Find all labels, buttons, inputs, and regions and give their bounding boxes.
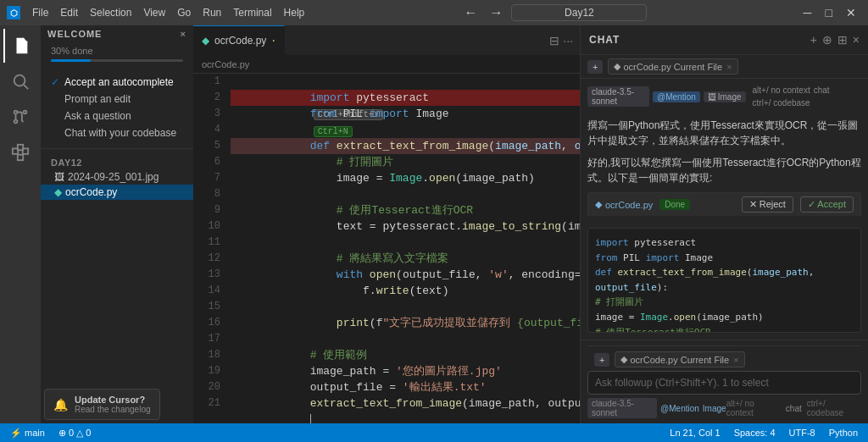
chat-input-area: + ◆ ocrCode.py Current File × Ask follow… (581, 340, 868, 423)
ai-response: 好的,我可以幫您撰寫一個使用Tesseract進行OCR的Python程式。以下… (587, 155, 861, 185)
code-preview: import pytesseract from PIL import Image… (587, 228, 861, 333)
code-preview-line: # 打開圖片 (595, 295, 854, 310)
file-item-jpg[interactable]: 🖼 2024-09-25_001.jpg (41, 169, 193, 185)
done-badge: Done (659, 199, 690, 210)
split-editor-icon[interactable]: ⊟ (549, 34, 559, 47)
code-content: 12345 678910 1112131415 1617181920 21 im… (193, 74, 580, 423)
progress-bar-fill (51, 59, 91, 62)
user-message: 撰寫一個Python程式，使用Tesseract來實現OCR，從一張圖片中提取文… (587, 118, 861, 148)
code-preview-line: def extract_text_from_image(image_path, … (595, 265, 854, 295)
close-button[interactable]: ✕ (841, 4, 861, 21)
line-col: Ln 21, Col 1 (670, 428, 720, 438)
bell-icon: 🔔 (53, 398, 68, 412)
sidebar-item-prompt-edit[interactable]: ✓ Prompt an edit (41, 91, 193, 108)
py-icon-2: ◆ (620, 354, 627, 365)
window-controls: ─ □ ✕ (798, 4, 861, 21)
language-status[interactable]: Python (826, 428, 861, 438)
menu-edit[interactable]: Edit (55, 5, 83, 20)
chat-settings-button[interactable]: ⊞ (837, 33, 848, 47)
sidebar-close-button[interactable]: × (181, 29, 186, 39)
py-icon: ◆ (614, 61, 620, 72)
sidebar-item-label: Prompt an edit (64, 93, 131, 105)
svg-point-0 (14, 75, 25, 86)
file-item-py[interactable]: ◆ ocrCode.py (41, 185, 193, 200)
tab-actions: ⊟ ··· (549, 34, 580, 47)
menu-view[interactable]: View (138, 5, 170, 20)
nav-back-button[interactable]: ← (460, 3, 481, 22)
svg-line-1 (24, 85, 28, 89)
add-context-button[interactable]: + (587, 60, 603, 74)
progress-bar-background (51, 59, 183, 62)
footer-codebase: ctrl+/ codebase (807, 399, 861, 417)
nav-forward-button[interactable]: → (486, 3, 506, 22)
chat-input-field[interactable]: Ask followup (Ctrl+Shift+Y). 1 to select (587, 371, 861, 395)
update-popup[interactable]: 🔔 Update Cursor? Read the changelog (44, 389, 160, 420)
code-editor[interactable]: 12345 678910 1112131415 1617181920 21 im… (193, 74, 580, 423)
code-preview-line: from PIL import Image (595, 251, 854, 266)
footer-image[interactable]: Image (703, 404, 726, 413)
chat-history-button[interactable]: ⊕ (822, 33, 832, 47)
code-file-ref: ◆ ocrCode.py Done (595, 199, 690, 210)
python-file-icon: ◆ (54, 186, 62, 198)
code-preview-line: import pytesseract (595, 235, 854, 251)
code-lines[interactable]: import pytesseract Ctrl+Shift+Y Ctrl+N f… (227, 74, 580, 423)
menu-run[interactable]: Run (198, 5, 226, 20)
menu-help[interactable]: Help (279, 5, 310, 20)
update-text: Update Cursor? Read the changelog (75, 395, 151, 414)
chat-close-button[interactable]: × (853, 33, 860, 47)
footer-context: alt+/ no context (726, 399, 781, 417)
sidebar: WELCOME × 30% done ✓ Accept an autocompl… (41, 25, 193, 423)
menu-go[interactable]: Go (172, 5, 196, 20)
chat-header-actions: + ⊕ ⊞ × (810, 33, 860, 47)
tab-label: ocrCode.py (214, 35, 266, 47)
message-meta: claude-3.5-sonnet @Mention 🖼 Image alt+/… (587, 86, 861, 108)
footer-mention[interactable]: @Mention (660, 404, 699, 413)
explorer-icon[interactable] (3, 29, 37, 63)
accept-button[interactable]: ✓ Accept (800, 196, 854, 213)
tab-ocrcode[interactable]: ◆ ocrCode.py · (193, 25, 285, 55)
current-file-tag: ◆ ocrCode.py Current File × (608, 58, 737, 75)
branch-status[interactable]: ⚡ main (7, 428, 48, 439)
errors-status[interactable]: ⊕ 0 △ 0 (55, 428, 94, 439)
code-line-1: import pytesseract Ctrl+Shift+Y Ctrl+N (231, 74, 580, 90)
titlebar: ⬡ File Edit Selection View Go Run Termin… (0, 0, 868, 25)
sidebar-item-ask-question[interactable]: ✓ Ask a question (41, 108, 193, 124)
chat-messages[interactable]: claude-3.5-sonnet @Mention 🖼 Image alt+/… (581, 79, 868, 340)
add-context-button-2[interactable]: + (594, 353, 609, 367)
minimize-button[interactable]: ─ (798, 4, 817, 21)
footer-chat: chat (786, 404, 802, 413)
image-file-icon: 🖼 (54, 171, 64, 183)
breadcrumb-text: ocrCode.py (202, 59, 249, 69)
footer-model-badge[interactable]: claude-3.5-sonnet (587, 398, 657, 418)
sidebar-item-chat-codebase[interactable]: ✓ Chat with your codebase (41, 124, 193, 141)
extensions-icon[interactable] (3, 135, 37, 169)
cursor-position[interactable]: Ln 21, Col 1 (666, 428, 723, 438)
menu-terminal[interactable]: Terminal (228, 5, 276, 20)
main-layout: WELCOME × 30% done ✓ Accept an autocompl… (0, 25, 868, 423)
search-icon[interactable] (3, 64, 37, 98)
remove-context-button-2[interactable]: × (733, 355, 738, 365)
maximize-button[interactable]: □ (821, 4, 837, 21)
chat-new-button[interactable]: + (810, 33, 817, 47)
indent-status[interactable]: Spaces: 4 (731, 428, 779, 438)
activity-bar (0, 25, 41, 423)
update-title: Update Cursor? (75, 395, 151, 405)
sidebar-title: WELCOME (47, 29, 102, 39)
code-preview-line: image = Image.open(image_path) (595, 310, 854, 325)
menu-file[interactable]: File (27, 5, 53, 20)
chat-context-bar-top: + ◆ ocrCode.py Current File × (581, 55, 868, 79)
message-text: 撰寫一個Python程式，使用Tesseract來實現OCR，從一張圖片中提取文… (587, 119, 858, 146)
remove-context-button[interactable]: × (726, 62, 732, 72)
plus-icon: + (593, 62, 598, 72)
more-actions-icon[interactable]: ··· (563, 34, 573, 47)
svg-point-2 (14, 111, 18, 114)
sidebar-item-autocomplete[interactable]: ✓ Accept an autocomplete (41, 74, 193, 91)
encoding-status[interactable]: UTF-8 (786, 428, 819, 438)
search-bar[interactable]: Day12 (511, 4, 647, 21)
menu-selection[interactable]: Selection (85, 5, 136, 20)
sidebar-item-label: Ask a question (64, 110, 131, 122)
reject-button[interactable]: ✕ Reject (742, 196, 793, 213)
file-name: 2024-09-25_001.jpg (68, 171, 159, 183)
svg-point-3 (24, 111, 27, 114)
source-control-icon[interactable] (3, 100, 37, 134)
